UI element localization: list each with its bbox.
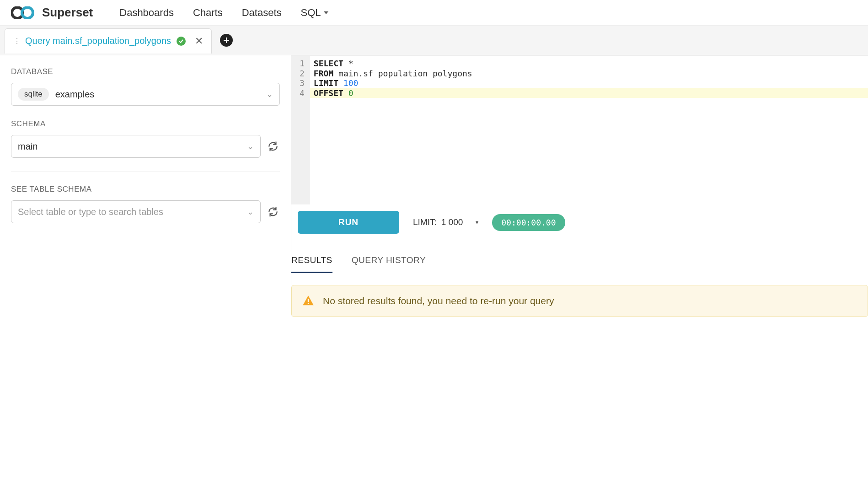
line-number: 1 <box>300 59 305 69</box>
add-tab-button[interactable] <box>220 34 233 47</box>
chevron-down-icon <box>324 11 328 14</box>
close-tab-button[interactable]: ✕ <box>195 35 203 47</box>
svg-rect-3 <box>308 303 309 304</box>
alert-text: No stored results found, you need to re-… <box>323 295 554 306</box>
line-number: 3 <box>300 78 305 88</box>
db-type-badge: sqlite <box>18 88 49 101</box>
tab-drag-handle-icon[interactable]: ⋮ <box>13 37 20 45</box>
status-success-icon <box>177 37 186 46</box>
schema-value: main <box>18 141 38 152</box>
table-label: SEE TABLE SCHEMA <box>11 185 280 194</box>
chevron-down-icon: ⌄ <box>247 141 254 151</box>
tab-title: Query main.sf_population_polygons <box>25 36 171 46</box>
refresh-icon <box>267 140 279 152</box>
tab-query-history[interactable]: QUERY HISTORY <box>352 255 426 273</box>
line-number: 2 <box>300 69 305 79</box>
line-number: 4 <box>300 88 305 98</box>
database-label: DATABASE <box>11 67 280 76</box>
line-gutter: 1 2 3 4 <box>291 56 310 204</box>
editor-area: 1 2 3 4 SELECT * FROM main.sf_population… <box>291 55 868 317</box>
header: Superset Dashboards Charts Datasets SQL <box>0 0 868 25</box>
plus-icon <box>223 37 230 43</box>
run-button[interactable]: RUN <box>298 211 399 234</box>
chevron-down-icon: ⌄ <box>266 89 273 99</box>
code-line: FROM main.sf_population_polygons <box>310 69 868 79</box>
nav-charts[interactable]: Charts <box>193 7 223 19</box>
sidebar: DATABASE sqlite examples ⌄ SCHEMA main ⌄ <box>0 55 291 317</box>
database-select[interactable]: sqlite examples ⌄ <box>11 83 280 106</box>
code-line: LIMIT 100 <box>310 78 868 88</box>
nav-datasets[interactable]: Datasets <box>242 7 282 19</box>
schema-label: SCHEMA <box>11 119 280 129</box>
nav-sql[interactable]: SQL <box>301 7 328 19</box>
query-timer: 00:00:00.00 <box>492 214 565 231</box>
svg-rect-2 <box>308 299 309 302</box>
main-nav: Dashboards Charts Datasets SQL <box>119 7 328 19</box>
chevron-down-icon: ▾ <box>476 219 478 225</box>
database-section: DATABASE sqlite examples ⌄ <box>11 67 280 106</box>
brand-text: Superset <box>42 5 93 20</box>
code-line: SELECT * <box>310 59 868 69</box>
table-placeholder: Select table or type to search tables <box>18 207 163 217</box>
chevron-down-icon: ⌄ <box>247 207 254 217</box>
db-value: examples <box>55 89 95 100</box>
tab-results[interactable]: RESULTS <box>291 255 332 273</box>
code-lines[interactable]: SELECT * FROM main.sf_population_polygon… <box>310 56 868 204</box>
warning-icon <box>302 295 315 307</box>
limit-label: LIMIT: <box>413 217 437 227</box>
limit-select[interactable]: LIMIT: 1 000 ▾ <box>413 217 478 227</box>
limit-value: 1 000 <box>441 217 463 227</box>
brand-logo[interactable]: Superset <box>11 5 93 20</box>
sql-editor[interactable]: 1 2 3 4 SELECT * FROM main.sf_population… <box>291 55 868 204</box>
query-tab[interactable]: ⋮ Query main.sf_population_polygons ✕ <box>5 28 212 54</box>
refresh-schema-button[interactable] <box>266 140 280 153</box>
schema-section: SCHEMA main ⌄ <box>11 119 280 158</box>
refresh-tables-button[interactable] <box>266 205 280 219</box>
table-select[interactable]: Select table or type to search tables ⌄ <box>11 200 261 223</box>
nav-dashboards[interactable]: Dashboards <box>119 7 174 19</box>
no-results-alert: No stored results found, you need to re-… <box>291 285 868 317</box>
result-tabs: RESULTS QUERY HISTORY <box>291 244 868 273</box>
superset-logo-icon <box>11 6 38 19</box>
nav-sql-label: SQL <box>301 7 321 19</box>
schema-select[interactable]: main ⌄ <box>11 135 261 158</box>
main-content: DATABASE sqlite examples ⌄ SCHEMA main ⌄ <box>0 55 868 317</box>
editor-controls: RUN LIMIT: 1 000 ▾ 00:00:00.00 <box>291 204 868 244</box>
refresh-icon <box>267 206 279 218</box>
code-line: OFFSET 0 <box>310 88 868 98</box>
query-tab-bar: ⋮ Query main.sf_population_polygons ✕ <box>0 25 868 55</box>
sidebar-divider <box>11 172 280 172</box>
table-section: SEE TABLE SCHEMA Select table or type to… <box>11 185 280 223</box>
